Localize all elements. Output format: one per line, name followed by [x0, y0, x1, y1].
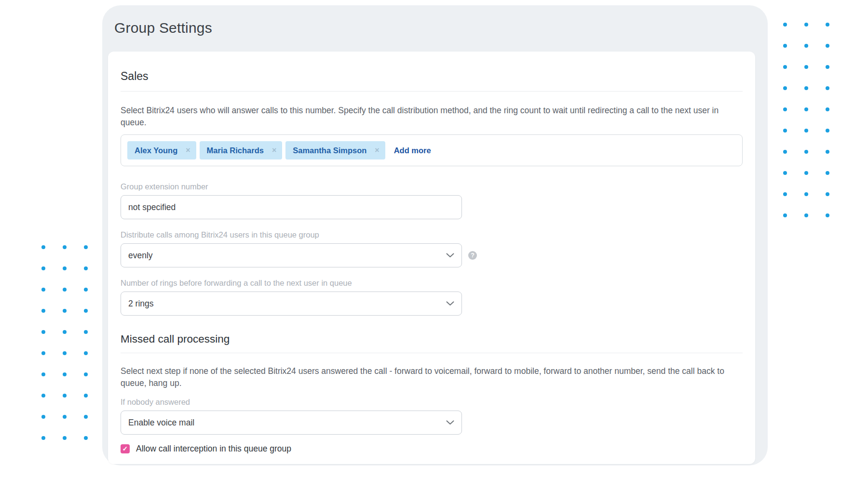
dot — [804, 129, 808, 133]
help-icon[interactable]: ? — [468, 251, 477, 260]
if-nobody-answered-value: Enable voice mail — [128, 418, 194, 428]
dot — [804, 150, 808, 154]
extension-number-input[interactable] — [121, 195, 462, 219]
dot — [783, 213, 787, 217]
member-chip[interactable]: Samantha Simpson × — [285, 141, 385, 159]
dot — [783, 65, 787, 69]
dot — [804, 171, 808, 175]
dot — [84, 394, 88, 398]
check-icon: ✓ — [122, 446, 128, 452]
dot — [41, 309, 45, 313]
dot — [63, 266, 67, 270]
dot — [783, 192, 787, 196]
dot — [84, 436, 88, 440]
call-interception-label: Allow call interception in this queue gr… — [136, 444, 291, 454]
dot — [63, 288, 67, 292]
decorative-dots-left — [41, 245, 88, 440]
dot — [63, 372, 67, 376]
ring-count-select[interactable]: 2 rings — [121, 292, 462, 316]
dot — [63, 245, 67, 249]
dot — [84, 245, 88, 249]
distribution-method-label: Distribute calls among Bitrix24 users in… — [121, 230, 743, 239]
dot — [783, 171, 787, 175]
remove-member-icon[interactable]: × — [186, 146, 190, 154]
divider — [121, 91, 743, 92]
member-chip-label: Samantha Simpson — [293, 146, 366, 155]
dot — [63, 394, 67, 398]
distribution-method-row: evenly ? — [121, 239, 743, 267]
remove-member-icon[interactable]: × — [375, 146, 379, 154]
distribution-method-value: evenly — [128, 251, 153, 261]
dot — [826, 150, 829, 154]
chevron-down-icon — [446, 420, 454, 425]
dot — [783, 86, 787, 90]
ring-count-label: Number of rings before forwarding a call… — [121, 279, 743, 288]
dot — [63, 436, 67, 440]
dot — [783, 107, 787, 111]
group-name-heading: Sales — [121, 70, 743, 83]
dot — [826, 65, 829, 69]
dot — [804, 192, 808, 196]
member-chip[interactable]: Maria Richards × — [200, 141, 283, 159]
divider — [121, 353, 743, 353]
dot — [826, 213, 829, 217]
add-more-link[interactable]: Add more — [394, 146, 431, 155]
dot — [826, 171, 829, 175]
dot — [63, 309, 67, 313]
dot — [783, 129, 787, 133]
page-title: Group Settings — [114, 20, 212, 36]
dot — [41, 394, 45, 398]
dot — [826, 23, 829, 27]
dot — [804, 107, 808, 111]
dot — [41, 372, 45, 376]
dot — [41, 330, 45, 334]
dot — [63, 415, 67, 419]
group-settings-card: Sales Select Bitrix24 users who will ans… — [108, 52, 755, 464]
dot — [84, 288, 88, 292]
dot — [804, 213, 808, 217]
if-nobody-answered-select[interactable]: Enable voice mail — [121, 411, 462, 435]
dot — [84, 351, 88, 355]
missed-call-description: Select next step if none of the selected… — [121, 365, 743, 389]
member-chip[interactable]: Alex Young × — [127, 141, 196, 159]
extension-number-label: Group extension number — [121, 182, 743, 191]
dot — [783, 23, 787, 27]
call-interception-checkbox[interactable]: ✓ — [121, 444, 130, 453]
dot — [826, 86, 829, 90]
queue-members-field[interactable]: Alex Young × Maria Richards × Samantha S… — [121, 134, 743, 166]
queue-description: Select Bitrix24 users who will answer ca… — [121, 105, 743, 129]
dot — [84, 309, 88, 313]
dot — [41, 415, 45, 419]
dot — [41, 266, 45, 270]
remove-member-icon[interactable]: × — [272, 146, 276, 154]
dot — [804, 23, 808, 27]
dot — [826, 44, 829, 48]
call-interception-row: ✓ Allow call interception in this queue … — [121, 444, 743, 454]
dot — [63, 351, 67, 355]
dot — [41, 245, 45, 249]
dot — [63, 330, 67, 334]
dot — [41, 288, 45, 292]
group-settings-panel: Group Settings Sales Select Bitrix24 use… — [102, 5, 768, 465]
decorative-dots-right — [783, 23, 829, 217]
missed-call-heading: Missed call processing — [121, 333, 743, 345]
if-nobody-answered-label: If nobody answered — [121, 398, 743, 407]
dot — [826, 129, 829, 133]
dot — [783, 150, 787, 154]
chevron-down-icon — [446, 301, 454, 306]
member-chip-label: Alex Young — [135, 146, 177, 155]
dot — [826, 107, 829, 111]
dot — [84, 266, 88, 270]
dot — [84, 372, 88, 376]
dot — [804, 44, 808, 48]
dot — [84, 330, 88, 334]
ring-count-value: 2 rings — [128, 299, 154, 309]
dot — [826, 192, 829, 196]
dot — [84, 415, 88, 419]
distribution-method-select[interactable]: evenly — [121, 243, 462, 267]
dot — [783, 44, 787, 48]
dot — [41, 351, 45, 355]
member-chip-label: Maria Richards — [207, 146, 264, 155]
dot — [804, 86, 808, 90]
chevron-down-icon — [446, 253, 454, 258]
